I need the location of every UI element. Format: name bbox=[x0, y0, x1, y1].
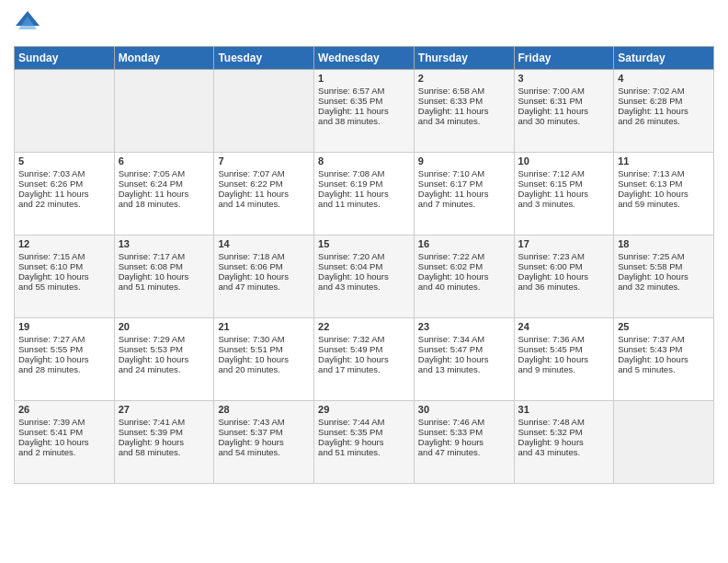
calendar-cell: 13Sunrise: 7:17 AM Sunset: 6:08 PM Dayli… bbox=[114, 236, 214, 318]
calendar-cell bbox=[614, 401, 714, 484]
calendar-cell: 2Sunrise: 6:58 AM Sunset: 6:33 PM Daylig… bbox=[414, 70, 514, 153]
day-number: 18 bbox=[618, 238, 710, 249]
day-info: Sunrise: 7:02 AM Sunset: 6:28 PM Dayligh… bbox=[618, 86, 688, 126]
calendar-cell bbox=[114, 70, 214, 153]
day-number: 17 bbox=[518, 238, 610, 249]
day-number: 15 bbox=[318, 238, 410, 249]
calendar-cell bbox=[15, 70, 115, 153]
day-info: Sunrise: 7:13 AM Sunset: 6:13 PM Dayligh… bbox=[618, 168, 688, 209]
day-info: Sunrise: 7:41 AM Sunset: 5:39 PM Dayligh… bbox=[119, 417, 185, 457]
calendar-cell: 25Sunrise: 7:37 AM Sunset: 5:43 PM Dayli… bbox=[614, 318, 714, 401]
day-info: Sunrise: 7:22 AM Sunset: 6:02 PM Dayligh… bbox=[418, 251, 489, 292]
calendar-table: SundayMondayTuesdayWednesdayThursdayFrid… bbox=[14, 46, 714, 484]
calendar-cell: 28Sunrise: 7:43 AM Sunset: 5:37 PM Dayli… bbox=[214, 401, 314, 484]
day-number: 29 bbox=[318, 404, 410, 415]
day-number: 12 bbox=[18, 238, 110, 249]
calendar-cell: 14Sunrise: 7:18 AM Sunset: 6:06 PM Dayli… bbox=[214, 236, 314, 318]
day-number: 30 bbox=[418, 404, 510, 415]
day-info: Sunrise: 7:36 AM Sunset: 5:45 PM Dayligh… bbox=[518, 334, 589, 374]
day-number: 25 bbox=[618, 321, 710, 332]
calendar-cell: 9Sunrise: 7:10 AM Sunset: 6:17 PM Daylig… bbox=[414, 153, 514, 236]
day-number: 9 bbox=[418, 155, 510, 167]
weekday-header: Tuesday bbox=[214, 47, 314, 70]
calendar-row: 5Sunrise: 7:03 AM Sunset: 6:26 PM Daylig… bbox=[15, 153, 714, 236]
day-number: 4 bbox=[618, 73, 710, 84]
calendar-cell: 23Sunrise: 7:34 AM Sunset: 5:47 PM Dayli… bbox=[414, 318, 514, 401]
day-info: Sunrise: 7:18 AM Sunset: 6:06 PM Dayligh… bbox=[218, 251, 289, 292]
day-number: 31 bbox=[518, 404, 610, 415]
calendar-cell: 19Sunrise: 7:27 AM Sunset: 5:55 PM Dayli… bbox=[15, 318, 115, 401]
calendar-cell: 7Sunrise: 7:07 AM Sunset: 6:22 PM Daylig… bbox=[214, 153, 314, 236]
calendar-cell: 6Sunrise: 7:05 AM Sunset: 6:24 PM Daylig… bbox=[114, 153, 214, 236]
day-number: 6 bbox=[119, 155, 210, 167]
day-number: 14 bbox=[218, 238, 310, 249]
calendar-cell: 20Sunrise: 7:29 AM Sunset: 5:53 PM Dayli… bbox=[114, 318, 214, 401]
weekday-header: Monday bbox=[114, 47, 214, 70]
calendar-cell: 18Sunrise: 7:25 AM Sunset: 5:58 PM Dayli… bbox=[614, 236, 714, 318]
day-info: Sunrise: 6:58 AM Sunset: 6:33 PM Dayligh… bbox=[418, 86, 489, 126]
day-info: Sunrise: 7:39 AM Sunset: 5:41 PM Dayligh… bbox=[18, 417, 89, 457]
calendar-cell: 24Sunrise: 7:36 AM Sunset: 5:45 PM Dayli… bbox=[514, 318, 614, 401]
day-number: 1 bbox=[318, 73, 410, 84]
day-info: Sunrise: 7:07 AM Sunset: 6:22 PM Dayligh… bbox=[218, 168, 289, 209]
day-number: 24 bbox=[518, 321, 610, 332]
day-info: Sunrise: 7:23 AM Sunset: 6:00 PM Dayligh… bbox=[518, 251, 589, 292]
day-info: Sunrise: 7:29 AM Sunset: 5:53 PM Dayligh… bbox=[119, 334, 189, 374]
calendar-cell: 8Sunrise: 7:08 AM Sunset: 6:19 PM Daylig… bbox=[314, 153, 415, 236]
calendar-cell: 29Sunrise: 7:44 AM Sunset: 5:35 PM Dayli… bbox=[314, 401, 415, 484]
day-info: Sunrise: 7:15 AM Sunset: 6:10 PM Dayligh… bbox=[18, 251, 89, 292]
day-info: Sunrise: 7:46 AM Sunset: 5:33 PM Dayligh… bbox=[418, 417, 484, 457]
calendar-cell: 10Sunrise: 7:12 AM Sunset: 6:15 PM Dayli… bbox=[514, 153, 614, 236]
day-info: Sunrise: 7:05 AM Sunset: 6:24 PM Dayligh… bbox=[119, 168, 189, 209]
day-info: Sunrise: 7:20 AM Sunset: 6:04 PM Dayligh… bbox=[318, 251, 389, 292]
day-number: 3 bbox=[518, 73, 610, 84]
day-info: Sunrise: 7:17 AM Sunset: 6:08 PM Dayligh… bbox=[119, 251, 189, 292]
calendar-cell: 11Sunrise: 7:13 AM Sunset: 6:13 PM Dayli… bbox=[614, 153, 714, 236]
day-number: 26 bbox=[18, 404, 110, 415]
day-number: 22 bbox=[318, 321, 410, 332]
day-number: 11 bbox=[618, 155, 710, 167]
day-number: 8 bbox=[318, 155, 410, 167]
day-info: Sunrise: 7:32 AM Sunset: 5:49 PM Dayligh… bbox=[318, 334, 389, 374]
calendar-row: 12Sunrise: 7:15 AM Sunset: 6:10 PM Dayli… bbox=[15, 236, 714, 318]
weekday-header-row: SundayMondayTuesdayWednesdayThursdayFrid… bbox=[15, 47, 714, 70]
day-info: Sunrise: 7:12 AM Sunset: 6:15 PM Dayligh… bbox=[518, 168, 589, 209]
calendar-cell: 22Sunrise: 7:32 AM Sunset: 5:49 PM Dayli… bbox=[314, 318, 415, 401]
day-info: Sunrise: 7:43 AM Sunset: 5:37 PM Dayligh… bbox=[218, 417, 284, 457]
calendar-cell: 27Sunrise: 7:41 AM Sunset: 5:39 PM Dayli… bbox=[114, 401, 214, 484]
day-number: 13 bbox=[119, 238, 210, 249]
day-number: 27 bbox=[119, 404, 210, 415]
day-info: Sunrise: 7:37 AM Sunset: 5:43 PM Dayligh… bbox=[618, 334, 688, 374]
day-info: Sunrise: 7:10 AM Sunset: 6:17 PM Dayligh… bbox=[418, 168, 489, 209]
calendar-cell: 15Sunrise: 7:20 AM Sunset: 6:04 PM Dayli… bbox=[314, 236, 415, 318]
calendar-cell: 16Sunrise: 7:22 AM Sunset: 6:02 PM Dayli… bbox=[414, 236, 514, 318]
calendar-cell: 3Sunrise: 7:00 AM Sunset: 6:31 PM Daylig… bbox=[514, 70, 614, 153]
calendar-cell: 30Sunrise: 7:46 AM Sunset: 5:33 PM Dayli… bbox=[414, 401, 514, 484]
day-info: Sunrise: 7:25 AM Sunset: 5:58 PM Dayligh… bbox=[618, 251, 688, 292]
calendar-cell bbox=[214, 70, 314, 153]
day-number: 19 bbox=[18, 321, 110, 332]
page-container: SundayMondayTuesdayWednesdayThursdayFrid… bbox=[0, 0, 728, 493]
weekday-header: Friday bbox=[514, 47, 614, 70]
day-info: Sunrise: 7:27 AM Sunset: 5:55 PM Dayligh… bbox=[18, 334, 89, 374]
calendar-cell: 31Sunrise: 7:48 AM Sunset: 5:32 PM Dayli… bbox=[514, 401, 614, 484]
day-number: 28 bbox=[218, 404, 310, 415]
weekday-header: Wednesday bbox=[314, 47, 415, 70]
weekday-header: Thursday bbox=[414, 47, 514, 70]
header bbox=[14, 9, 714, 37]
day-number: 16 bbox=[418, 238, 510, 249]
day-info: Sunrise: 7:03 AM Sunset: 6:26 PM Dayligh… bbox=[18, 168, 89, 209]
day-info: Sunrise: 7:48 AM Sunset: 5:32 PM Dayligh… bbox=[518, 417, 585, 457]
calendar-cell: 12Sunrise: 7:15 AM Sunset: 6:10 PM Dayli… bbox=[15, 236, 115, 318]
day-info: Sunrise: 7:30 AM Sunset: 5:51 PM Dayligh… bbox=[218, 334, 289, 374]
day-number: 2 bbox=[418, 73, 510, 84]
calendar-cell: 17Sunrise: 7:23 AM Sunset: 6:00 PM Dayli… bbox=[514, 236, 614, 318]
calendar-row: 1Sunrise: 6:57 AM Sunset: 6:35 PM Daylig… bbox=[15, 70, 714, 153]
day-number: 10 bbox=[518, 155, 610, 167]
day-info: Sunrise: 7:08 AM Sunset: 6:19 PM Dayligh… bbox=[318, 168, 389, 209]
logo bbox=[14, 9, 45, 37]
day-info: Sunrise: 6:57 AM Sunset: 6:35 PM Dayligh… bbox=[318, 86, 389, 126]
day-info: Sunrise: 7:44 AM Sunset: 5:35 PM Dayligh… bbox=[318, 417, 384, 457]
day-number: 23 bbox=[418, 321, 510, 332]
calendar-cell: 1Sunrise: 6:57 AM Sunset: 6:35 PM Daylig… bbox=[314, 70, 415, 153]
